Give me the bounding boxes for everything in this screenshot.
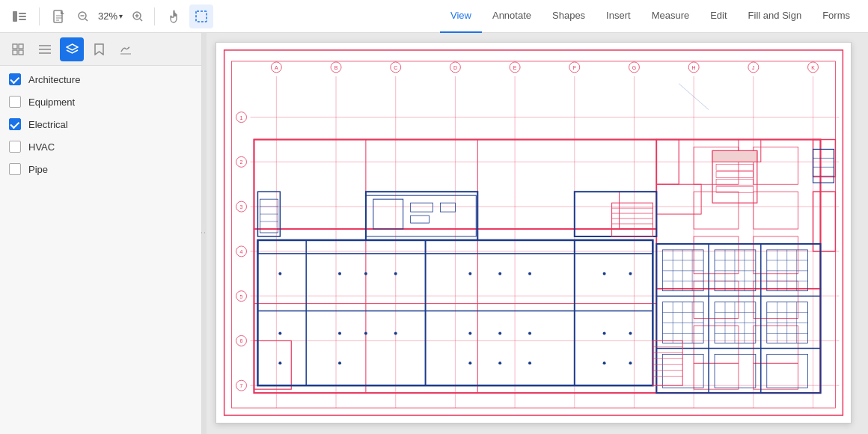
sidebar-toggle-button[interactable] <box>7 4 31 28</box>
tab-shapes[interactable]: Shapes <box>542 0 596 33</box>
sidebar-thumbnails-btn[interactable] <box>6 37 30 61</box>
tab-measure[interactable]: Measure <box>641 0 700 33</box>
svg-text:D: D <box>453 65 457 70</box>
svg-text:4: 4 <box>240 249 243 254</box>
zoom-in-button[interactable] <box>129 6 147 27</box>
svg-text:2: 2 <box>240 159 243 165</box>
tab-view[interactable]: View <box>440 0 482 33</box>
layer-label-electrical: Electrical <box>28 119 68 130</box>
layer-label-pipe: Pipe <box>28 164 48 175</box>
svg-point-120 <box>338 272 341 275</box>
svg-point-126 <box>394 272 397 275</box>
svg-rect-195 <box>712 150 757 162</box>
tab-fill-and-sign[interactable]: Fill and Sign <box>738 0 813 33</box>
layer-label-equipment: Equipment <box>28 97 75 108</box>
layer-checkbox-architecture[interactable] <box>9 73 21 85</box>
svg-line-14 <box>140 19 142 21</box>
svg-point-123 <box>278 361 281 364</box>
svg-point-140 <box>603 331 606 334</box>
svg-text:B: B <box>334 65 338 70</box>
svg-rect-3 <box>19 19 26 20</box>
svg-rect-24 <box>217 43 851 423</box>
svg-rect-19 <box>19 50 23 55</box>
svg-text:6: 6 <box>240 338 243 343</box>
svg-point-133 <box>498 331 501 334</box>
tab-annotate[interactable]: Annotate <box>482 0 542 33</box>
zoom-label: 32% <box>98 10 117 22</box>
svg-text:1: 1 <box>240 115 243 120</box>
blueprint-paper: A B C D E F G H J K <box>216 42 852 424</box>
svg-text:E: E <box>513 65 517 70</box>
sidebar-icon-row <box>0 33 201 66</box>
layer-item-hvac[interactable]: HVAC <box>9 141 192 153</box>
tab-edit[interactable]: Edit <box>700 0 737 33</box>
svg-point-129 <box>468 272 471 275</box>
svg-rect-16 <box>13 44 17 49</box>
tab-insert[interactable]: Insert <box>596 0 641 33</box>
svg-point-134 <box>528 331 531 334</box>
canvas-area[interactable]: A B C D E F G H J K <box>207 33 868 434</box>
svg-point-137 <box>528 361 531 364</box>
svg-rect-2 <box>19 16 26 17</box>
layer-checkbox-equipment[interactable] <box>9 96 21 108</box>
svg-point-143 <box>629 361 632 364</box>
svg-text:K: K <box>811 65 815 70</box>
select-tool-button[interactable] <box>189 4 213 28</box>
sidebar-layers-btn[interactable] <box>60 37 84 61</box>
svg-rect-15 <box>196 11 207 22</box>
layer-item-electrical[interactable]: Electrical <box>9 118 192 130</box>
svg-point-124 <box>338 361 341 364</box>
layer-item-pipe[interactable]: Pipe <box>9 163 192 175</box>
svg-point-141 <box>629 331 632 334</box>
svg-point-139 <box>629 272 632 275</box>
svg-line-10 <box>85 19 88 21</box>
layer-list: Architecture Equipment Electrical HVAC P… <box>0 66 201 183</box>
zoom-dropdown-icon: ▾ <box>119 12 123 20</box>
svg-point-122 <box>338 331 341 334</box>
layer-item-equipment[interactable]: Equipment <box>9 96 192 108</box>
layer-label-architecture: Architecture <box>28 74 80 85</box>
svg-text:J: J <box>752 65 754 70</box>
document-button[interactable] <box>47 4 71 28</box>
svg-point-142 <box>603 361 606 364</box>
layer-checkbox-electrical[interactable] <box>9 118 21 130</box>
svg-point-128 <box>394 331 397 334</box>
main-layout: Architecture Equipment Electrical HVAC P… <box>0 33 868 434</box>
svg-text:3: 3 <box>240 204 243 210</box>
svg-point-125 <box>364 272 367 275</box>
svg-rect-18 <box>13 50 17 55</box>
svg-rect-1 <box>19 13 26 14</box>
svg-point-135 <box>468 361 471 364</box>
svg-point-121 <box>278 331 281 334</box>
blueprint-svg: A B C D E F G H J K <box>216 43 851 423</box>
svg-point-130 <box>498 272 501 275</box>
svg-text:H: H <box>692 65 696 70</box>
svg-text:F: F <box>573 65 576 70</box>
svg-text:G: G <box>632 65 636 70</box>
nav-tabs: View Annotate Shapes Insert Measure Edit… <box>440 0 861 33</box>
svg-text:C: C <box>394 65 397 70</box>
layer-item-architecture[interactable]: Architecture <box>9 73 192 85</box>
sidebar-signatures-btn[interactable] <box>114 37 138 61</box>
hand-tool-button[interactable] <box>162 4 186 28</box>
sidebar: Architecture Equipment Electrical HVAC P… <box>0 33 202 434</box>
top-toolbar: 32% ▾ View Annotate Shapes Insert Measur… <box>0 0 868 33</box>
svg-text:A: A <box>275 65 278 70</box>
svg-text:5: 5 <box>240 294 243 299</box>
zoom-out-button[interactable] <box>74 6 92 27</box>
layer-checkbox-hvac[interactable] <box>9 141 21 153</box>
sidebar-bookmarks-btn[interactable] <box>87 37 111 61</box>
svg-rect-17 <box>19 44 23 49</box>
toolbar-divider-1 <box>39 7 40 25</box>
svg-text:7: 7 <box>240 383 243 388</box>
zoom-value-button[interactable]: 32% ▾ <box>95 6 126 27</box>
layer-checkbox-pipe[interactable] <box>9 163 21 175</box>
svg-point-138 <box>603 272 606 275</box>
toolbar-divider-2 <box>154 7 155 25</box>
sidebar-list-btn[interactable] <box>33 37 57 61</box>
svg-point-136 <box>498 361 501 364</box>
svg-rect-0 <box>13 11 17 22</box>
svg-point-131 <box>528 272 531 275</box>
svg-point-127 <box>364 331 367 334</box>
tab-forms[interactable]: Forms <box>812 0 861 33</box>
